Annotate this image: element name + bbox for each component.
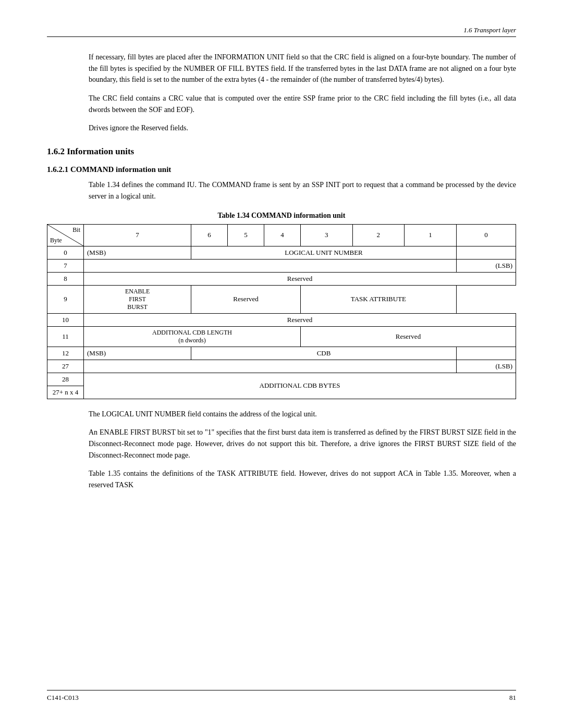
additional-cdb-bytes-cell: ADDITIONAL CDB BYTES <box>84 373 516 399</box>
paragraph-6: An ENABLE FIRST BURST bit set to "1" spe… <box>89 427 516 461</box>
paragraph-3: Drives ignore the Reserved fields. <box>89 122 516 134</box>
table-caption: Table 1.34 COMMAND information unit <box>47 212 516 220</box>
byte-label: 27+ n x 4 <box>47 386 84 399</box>
col-header-7: 7 <box>84 224 191 246</box>
section-title: 1.6.2 Information units <box>47 146 516 157</box>
table-row: 10 Reserved <box>47 313 516 326</box>
byte-label: 10 <box>47 313 84 326</box>
lsb-cell: (LSB) <box>456 259 516 272</box>
paragraph-2: The CRC field contains a CRC value that … <box>89 93 516 115</box>
table-row: 11 ADDITIONAL CDB LENGTH(n dwords) Reser… <box>47 326 516 347</box>
empty-cell <box>456 246 516 259</box>
enable-first-burst-cell: ENABLE FIRST BURST <box>84 285 191 313</box>
corner-byte-label: Byte <box>50 237 62 244</box>
byte-label: 0 <box>47 246 84 259</box>
table-row: 0 (MSB) LOGICAL UNIT NUMBER <box>47 246 516 259</box>
paragraph-7: Table 1.35 contains the definitions of t… <box>89 468 516 490</box>
paragraph-1: If necessary, fill bytes are placed afte… <box>89 52 516 85</box>
logical-unit-number-cell: LOGICAL UNIT NUMBER <box>191 246 457 259</box>
byte-label: 28 <box>47 373 84 386</box>
cdb-cell: CDB <box>191 347 457 360</box>
page: 1.6 Transport layer If necessary, fill b… <box>0 0 563 728</box>
reserved-cell: Reserved <box>84 272 516 285</box>
reserved-cell-11: Reserved <box>300 326 516 347</box>
footer-right: 81 <box>509 694 516 702</box>
byte-label: 9 <box>47 285 84 313</box>
reserved-cell-9: Reserved <box>191 285 301 313</box>
table-row: 28 ADDITIONAL CDB BYTES <box>47 373 516 386</box>
col-header-0: 0 <box>456 224 516 246</box>
byte-label: 11 <box>47 326 84 347</box>
page-header: 1.6 Transport layer <box>47 26 516 37</box>
footer-left: C141-C013 <box>47 694 79 702</box>
table-row: 9 ENABLE FIRST BURST Reserved TASK ATTRI… <box>47 285 516 313</box>
table-row: 12 (MSB) CDB <box>47 347 516 360</box>
col-header-3: 3 <box>300 224 352 246</box>
lsb-cdb-cell: (LSB) <box>456 360 516 373</box>
msb-cdb-cell: (MSB) <box>84 347 191 360</box>
command-info-table: Bit Byte 7 6 5 4 3 2 1 0 0 (MSB) LOGICAL… <box>47 224 516 399</box>
col-header-6: 6 <box>191 224 228 246</box>
col-header-1: 1 <box>405 224 457 246</box>
empty-span <box>84 259 457 272</box>
page-footer: C141-C013 81 <box>47 690 516 702</box>
additional-cdb-length-cell: ADDITIONAL CDB LENGTH(n dwords) <box>84 326 301 347</box>
subsection-title: 1.6.2.1 COMMAND information unit <box>47 165 516 174</box>
empty-cdb-cell <box>456 347 516 360</box>
empty-span-27 <box>84 360 457 373</box>
col-header-4: 4 <box>264 224 300 246</box>
byte-label: 7 <box>47 259 84 272</box>
byte-label: 27 <box>47 360 84 373</box>
col-header-5: 5 <box>228 224 264 246</box>
reserved-cell-10: Reserved <box>84 313 516 326</box>
table-row: 7 (LSB) <box>47 259 516 272</box>
col-header-2: 2 <box>352 224 405 246</box>
corner-header: Bit Byte <box>47 224 84 246</box>
paragraph-4: Table 1.34 defines the command IU. The C… <box>89 179 516 202</box>
byte-label: 12 <box>47 347 84 360</box>
table-row: 8 Reserved <box>47 272 516 285</box>
table-row: 27 (LSB) <box>47 360 516 373</box>
msb-cell: (MSB) <box>84 246 191 259</box>
header-text: 1.6 Transport layer <box>463 26 516 34</box>
corner-bit-label: Bit <box>72 226 80 234</box>
task-attribute-cell: TASK ATTRIBUTE <box>300 285 456 313</box>
byte-label: 8 <box>47 272 84 285</box>
paragraph-5: The LOGICAL UNIT NUMBER field contains t… <box>89 409 516 420</box>
